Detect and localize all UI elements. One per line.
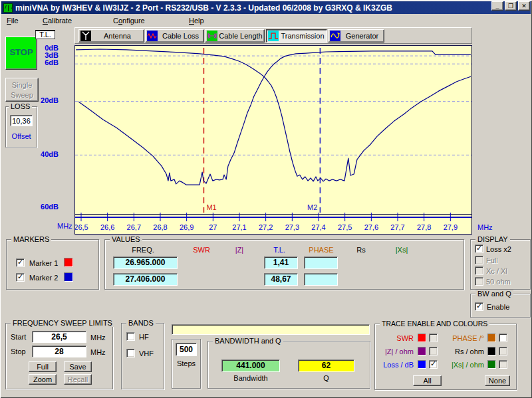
trace-xs-swatch[interactable]: [487, 360, 496, 369]
x-tick-label: 27: [209, 223, 217, 231]
sweep-zoom-button[interactable]: Zoom: [29, 374, 57, 385]
marker2-tl-value: 48,67: [264, 273, 298, 286]
x-tick-label: 26,6: [100, 223, 114, 231]
x-tick-label: 27,4: [311, 223, 325, 231]
loss-offset-input[interactable]: 10,36: [10, 115, 33, 126]
bandwidth-label: Bandwidth: [221, 374, 280, 382]
trace-loss-label: Loss / dB: [377, 361, 414, 369]
y-axis-label-6db: 6dB: [27, 58, 59, 66]
trace-phase-swatch[interactable]: [487, 334, 496, 342]
bands-vhf-label: VHF: [139, 349, 154, 357]
sweep-chart[interactable]: M1M226,526,626,726,826,92727,127,227,327…: [74, 45, 472, 235]
x-tick-label: 26,5: [74, 223, 88, 231]
sweep-stop-label: Stop: [11, 348, 26, 355]
values-header-freq: FREQ.: [123, 246, 163, 254]
chart-svg: M1M226,526,626,726,826,92727,127,227,327…: [74, 45, 472, 235]
marker2-label: Marker 2: [29, 274, 58, 282]
trace-z-label: |Z| / ohm: [377, 348, 414, 355]
sweep-start-input[interactable]: 26,5: [32, 331, 86, 343]
values-header-swr: SWR: [192, 246, 211, 254]
bandwidth-value: 441.000: [221, 359, 280, 372]
trace-swr-checkbox[interactable]: ✓: [429, 334, 438, 342]
bwq-enable-label: Enable: [487, 303, 509, 311]
menu-configure[interactable]: Configure: [109, 15, 149, 26]
menu-bar: File Calibrate Configure Help: [1, 14, 531, 27]
cable-length-button[interactable]: Cable Length: [205, 29, 265, 43]
antenna-button-label: Antenna: [91, 32, 144, 40]
cable-length-button-label: Cable Length: [217, 32, 264, 40]
display-50ohm-label: 50 ohm: [486, 278, 511, 286]
trace-enable-title: TRACE ENABLE AND COLOURS: [380, 320, 489, 328]
x-tick-label: 27,7: [390, 223, 404, 231]
menu-help[interactable]: Help: [185, 15, 208, 26]
transmission-icon: [268, 31, 279, 41]
chart-background: [74, 45, 472, 235]
trace-z-checkbox[interactable]: ✓: [429, 347, 438, 355]
sweep-full-button[interactable]: Full: [29, 361, 57, 372]
display-lossx2-checkbox[interactable]: ✓: [475, 245, 483, 253]
bands-group-title: BANDS: [126, 319, 156, 327]
marker1-checkbox[interactable]: ✓: [16, 258, 25, 267]
bands-hf-checkbox[interactable]: ✓: [126, 332, 135, 341]
steps-input[interactable]: 500: [176, 343, 197, 356]
marker2-freq-value: 27.406.000: [113, 273, 178, 286]
loss-offset-label[interactable]: Offset: [9, 132, 34, 140]
close-button[interactable]: ✕: [518, 1, 530, 11]
x-tick-label: 26,7: [127, 223, 141, 231]
transmission-button-label: Transmission: [279, 32, 327, 40]
maximize-button[interactable]: ❐: [505, 1, 517, 11]
cable-loss-button[interactable]: Cable Loss: [145, 29, 204, 43]
display-xcxl-checkbox: ✓: [475, 266, 483, 275]
trace-loss-checkbox[interactable]: ✓: [429, 360, 438, 369]
generator-button[interactable]: Generator: [328, 29, 384, 43]
x-axis-unit-right: MHz: [477, 223, 493, 231]
trace-xs-checkbox[interactable]: ✓: [499, 360, 507, 369]
loss-group-title: LOSS: [9, 102, 32, 110]
steps-label: Steps: [172, 359, 201, 367]
marker-label-m1: M1: [206, 203, 216, 211]
marker-label-m2: M2: [307, 203, 317, 211]
marker1-label: Marker 1: [29, 259, 58, 267]
bandwidth-group-title: BANDWIDTH and Q: [213, 337, 283, 345]
marker1-color-swatch[interactable]: [64, 258, 73, 267]
loss-group: LOSS 10,36 Offset: [5, 106, 37, 148]
bands-vhf-checkbox[interactable]: ✓: [126, 349, 135, 357]
app-icon: [3, 3, 13, 13]
values-header-tl: T.L.: [270, 246, 289, 254]
display-full-checkbox: ✓: [475, 256, 483, 264]
cable-loss-button-label: Cable Loss: [158, 32, 203, 40]
menu-calibrate[interactable]: Calibrate: [39, 15, 76, 26]
trace-rs-swatch[interactable]: [487, 347, 496, 355]
marker2-checkbox[interactable]: ✓: [16, 273, 25, 282]
trace-loss-swatch[interactable]: [418, 360, 426, 369]
marker2-color-swatch[interactable]: [64, 272, 73, 282]
marker1-tl-value: 1,41: [264, 256, 298, 269]
q-value: 62: [298, 359, 354, 372]
display-group-title: DISPLAY: [475, 235, 510, 243]
title-bar[interactable]: miniVNA by IW3HEV & IW3IJZ - 2 Port - RS…: [1, 1, 531, 14]
x-tick-label: 27,5: [338, 223, 352, 231]
minimize-button[interactable]: _: [491, 1, 503, 11]
trace-swr-swatch[interactable]: [418, 334, 426, 342]
bwq-enable-checkbox[interactable]: ✓: [475, 302, 483, 311]
x-tick-label: 27,6: [364, 223, 378, 231]
sweep-stop-input[interactable]: 28: [32, 346, 86, 357]
sweep-start-unit: MHz: [90, 334, 106, 342]
sweep-stop-unit: MHz: [90, 348, 106, 356]
transmission-button[interactable]: Transmission: [266, 29, 327, 43]
antenna-button[interactable]: Antenna: [78, 29, 144, 43]
trace-rs-checkbox[interactable]: ✓: [499, 347, 507, 355]
trace-phase-checkbox[interactable]: ✓: [499, 334, 507, 342]
sweep-save-button[interactable]: Save: [64, 361, 92, 372]
trace-z-swatch[interactable]: [418, 347, 426, 355]
x-tick-label: 27,1: [232, 223, 246, 231]
values-group-title: VALUES: [110, 235, 142, 243]
cable-length-icon: [207, 31, 217, 41]
display-full-label: Full: [486, 256, 498, 264]
trace-none-button[interactable]: None: [485, 375, 510, 386]
x-tick-label: 27,2: [259, 223, 273, 231]
trace-all-button[interactable]: All: [413, 375, 442, 386]
menu-file[interactable]: File: [3, 15, 23, 26]
x-tick-label: 27,3: [285, 223, 299, 231]
bands-hf-label: HF: [139, 333, 149, 341]
